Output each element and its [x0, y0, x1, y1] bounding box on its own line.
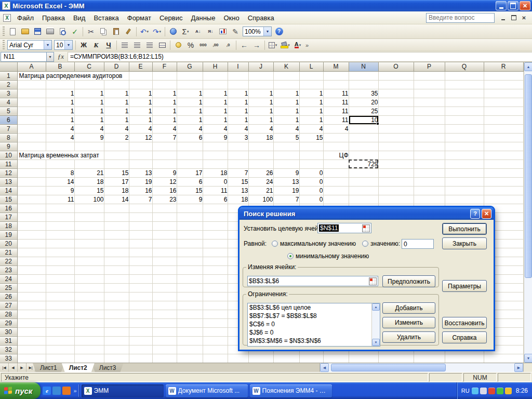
cell-P6[interactable] [414, 115, 445, 124]
cell-R14[interactable] [484, 186, 523, 195]
scroll-left-icon[interactable]: ◀ [320, 363, 329, 372]
cell-B4[interactable]: 1 [46, 98, 74, 107]
cell-D27[interactable] [104, 301, 129, 310]
cell-R3[interactable] [484, 89, 523, 98]
cell-B17[interactable] [46, 212, 74, 221]
cell-J14[interactable]: 21 [248, 186, 273, 195]
cell-H20[interactable] [203, 239, 228, 248]
sheet-tab-Лист1[interactable]: Лист1 [33, 363, 64, 372]
cell-O12[interactable] [378, 168, 414, 177]
cell-R11[interactable] [484, 159, 523, 168]
cell-F4[interactable]: 1 [152, 98, 177, 107]
workbook-close-icon[interactable]: ✕ [520, 14, 528, 22]
show-desktop-icon[interactable] [52, 387, 61, 395]
language-indicator[interactable]: RU [461, 388, 470, 394]
cell-J12[interactable]: 26 [248, 168, 273, 177]
cell-G15[interactable]: 9 [177, 195, 203, 204]
cell-C26[interactable] [74, 292, 104, 301]
cell-R33[interactable] [484, 354, 523, 363]
cell-A1[interactable]: Матрица распределения аудиторов [17, 71, 46, 80]
cell-E26[interactable] [129, 292, 152, 301]
cell-F5[interactable]: 1 [152, 107, 177, 115]
cell-I11[interactable] [228, 159, 248, 168]
cell-L13[interactable]: 0 [299, 177, 323, 186]
cell-M9[interactable] [323, 142, 349, 151]
cell-E5[interactable]: 1 [129, 107, 152, 115]
menu-item-Справка[interactable]: Справка [244, 12, 278, 24]
cell-I13[interactable]: 15 [228, 177, 248, 186]
cell-E11[interactable] [129, 159, 152, 168]
change-constraint-button[interactable]: Изменить [382, 317, 435, 328]
delete-constraint-button[interactable]: Удалить [382, 331, 435, 343]
cell-K7[interactable]: 4 [273, 124, 299, 133]
cell-D11[interactable] [104, 159, 129, 168]
cell-A25[interactable] [17, 283, 46, 292]
cell-F25[interactable] [152, 283, 177, 292]
cell-F8[interactable]: 7 [152, 133, 177, 142]
row-header-9[interactable]: 9 [0, 142, 17, 151]
cell-H25[interactable] [203, 283, 228, 292]
cell-M12[interactable] [323, 168, 349, 177]
cell-N7[interactable] [349, 124, 378, 133]
cell-B2[interactable] [46, 80, 74, 89]
cell-F29[interactable] [152, 318, 177, 327]
cell-B7[interactable]: 4 [46, 124, 74, 133]
cell-J33[interactable] [248, 354, 273, 363]
cell-H7[interactable]: 4 [203, 124, 228, 133]
cell-A32[interactable] [17, 345, 46, 354]
cell-M11[interactable] [323, 159, 349, 168]
cell-H21[interactable] [203, 248, 228, 257]
cell-D19[interactable] [104, 230, 129, 239]
cell-N1[interactable] [349, 71, 378, 80]
constraint-item-1[interactable]: $B$3:$L$6 цел целое [248, 303, 371, 312]
menu-item-Сервис[interactable]: Сервис [155, 12, 187, 24]
cell-D28[interactable] [104, 310, 129, 318]
cell-Q8[interactable] [445, 133, 484, 142]
cell-G27[interactable] [177, 301, 203, 310]
cell-C6[interactable]: 1 [74, 115, 104, 124]
cell-R6[interactable] [484, 115, 523, 124]
cell-J13[interactable]: 24 [248, 177, 273, 186]
cell-E30[interactable] [129, 327, 152, 336]
cell-C32[interactable] [74, 345, 104, 354]
cell-R8[interactable] [484, 133, 523, 142]
cell-J1[interactable] [248, 71, 273, 80]
cell-C28[interactable] [74, 310, 104, 318]
cell-E31[interactable] [129, 336, 152, 345]
cell-J3[interactable]: 1 [248, 89, 273, 98]
cell-D30[interactable] [104, 327, 129, 336]
cell-M15[interactable] [323, 195, 349, 204]
formula-input[interactable]: =СУММПРОИЗВ(B3:L6;B12:L15) [68, 52, 532, 62]
restore-button[interactable]: Восстановить [442, 317, 487, 329]
cell-G12[interactable]: 17 [177, 168, 203, 177]
scroll-up-icon[interactable]: ▲ [372, 303, 380, 311]
cell-I6[interactable]: 1 [228, 115, 248, 124]
cell-F33[interactable] [152, 354, 177, 363]
cell-E19[interactable] [129, 230, 152, 239]
internet-explorer-icon[interactable]: e [43, 387, 51, 395]
cell-P1[interactable] [414, 71, 445, 80]
cell-C27[interactable] [74, 301, 104, 310]
cell-G20[interactable] [177, 239, 203, 248]
cell-F12[interactable]: 9 [152, 168, 177, 177]
column-header-J[interactable]: J [248, 62, 273, 71]
menu-item-Правка[interactable]: Правка [38, 12, 69, 24]
cell-K4[interactable]: 1 [273, 98, 299, 107]
row-header-5[interactable]: 5 [0, 107, 17, 115]
toolbar-options-button[interactable]: » [305, 42, 309, 48]
cell-D14[interactable]: 18 [104, 186, 129, 195]
cell-A27[interactable] [17, 301, 46, 310]
cell-C16[interactable] [74, 204, 104, 212]
cell-Q3[interactable] [445, 89, 484, 98]
cell-F15[interactable]: 23 [152, 195, 177, 204]
cell-L10[interactable] [299, 151, 323, 159]
cell-C23[interactable] [74, 265, 104, 274]
cell-C33[interactable] [74, 354, 104, 363]
antivirus-icon[interactable] [488, 388, 495, 394]
cell-G29[interactable] [177, 318, 203, 327]
cell-D16[interactable] [104, 204, 129, 212]
constraint-item-4[interactable]: $J$6 = 0 [248, 328, 371, 337]
column-header-K[interactable]: K [273, 62, 299, 71]
cell-N4[interactable]: 20 [349, 98, 378, 107]
cell-L5[interactable]: 1 [299, 107, 323, 115]
